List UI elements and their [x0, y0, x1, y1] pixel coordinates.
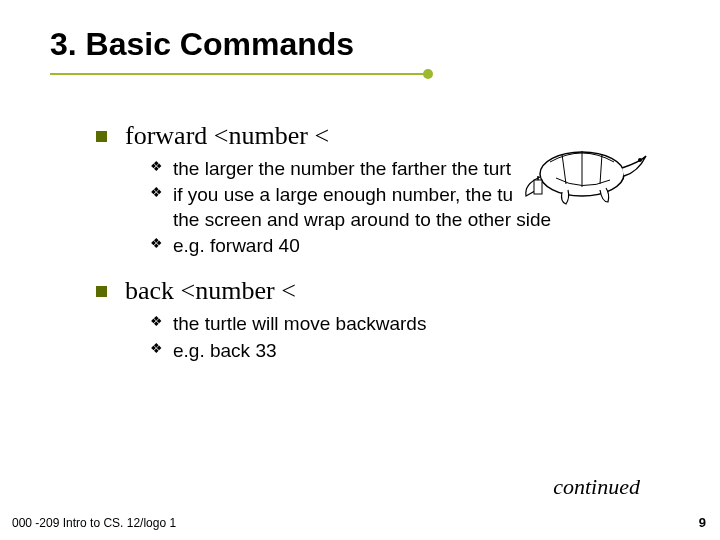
- arrow-bullet-icon: ❖: [150, 313, 163, 331]
- turtle-illustration: [512, 132, 662, 210]
- arrow-bullet-icon: ❖: [150, 184, 163, 202]
- svg-point-2: [638, 158, 642, 162]
- sub-bullet-text: the turtle will move backwards: [173, 312, 426, 336]
- sub-bullet: ❖ e.g. back 33: [150, 339, 660, 363]
- svg-rect-3: [534, 180, 542, 194]
- arrow-bullet-icon: ❖: [150, 235, 163, 253]
- slide: 3. Basic Commands forward <number <: [0, 0, 720, 540]
- square-bullet-icon: [96, 286, 107, 297]
- footer-course-info: 000 -209 Intro to CS. 12/logo 1: [12, 516, 176, 530]
- sub-bullet-text: e.g. forward 40: [173, 234, 300, 258]
- title-area: 3. Basic Commands: [0, 0, 720, 85]
- bullet-label: back <number <: [125, 276, 296, 306]
- slide-body: forward <number < ❖ the larger the numbe…: [0, 85, 720, 363]
- accent-line: [50, 73, 430, 75]
- sub-bullet-text: e.g. back 33: [173, 339, 277, 363]
- continued-label: continued: [553, 474, 640, 500]
- accent-dot: [423, 69, 433, 79]
- page-number: 9: [699, 515, 706, 530]
- sub-bullet: ❖ e.g. forward 40: [150, 234, 660, 258]
- slide-title: 3. Basic Commands: [50, 26, 720, 63]
- sub-bullet: ❖ the turtle will move backwards: [150, 312, 660, 336]
- square-bullet-icon: [96, 131, 107, 142]
- bullet-item-back: back <number <: [96, 276, 660, 306]
- bullet-label: forward <number <: [125, 121, 329, 151]
- arrow-bullet-icon: ❖: [150, 340, 163, 358]
- arrow-bullet-icon: ❖: [150, 158, 163, 176]
